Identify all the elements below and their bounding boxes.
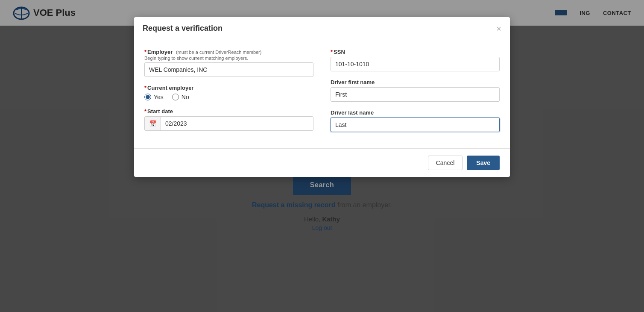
driver-first-name-label-text: Driver first name <box>331 79 375 85</box>
save-button[interactable]: Save <box>467 156 500 170</box>
employer-sublabel: (must be a current DriverReach member) <box>176 50 262 55</box>
driver-last-name-input[interactable] <box>331 118 500 132</box>
modal-right-column: *SSN Driver first name Driver last name <box>331 49 500 140</box>
radio-no-label[interactable]: No <box>172 94 189 100</box>
start-date-field-group: *Start date 📅 <box>144 108 313 131</box>
ssn-field-group: *SSN <box>331 49 500 71</box>
radio-no-text: No <box>181 94 189 100</box>
current-employer-label-text: Current employer <box>147 85 193 91</box>
radio-yes-label[interactable]: Yes <box>144 94 164 100</box>
employer-input[interactable] <box>144 62 313 77</box>
start-date-label: *Start date <box>144 108 313 115</box>
employer-label: *Employer (must be a current DriverReach… <box>144 49 313 61</box>
driver-last-name-label: Driver last name <box>331 109 500 116</box>
radio-yes-input[interactable] <box>144 94 151 100</box>
driver-last-name-field-group: Driver last name <box>331 109 500 132</box>
driver-first-name-input[interactable] <box>331 87 500 102</box>
current-employer-required-marker: * <box>144 85 146 91</box>
driver-first-name-label: Driver first name <box>331 79 500 85</box>
request-verification-modal: Request a verification × *Employer (must… <box>134 17 510 177</box>
current-employer-radio-group: Yes No <box>144 94 313 100</box>
driver-first-name-field-group: Driver first name <box>331 79 500 102</box>
modal-title: Request a verification <box>143 24 222 33</box>
modal-left-column: *Employer (must be a current DriverReach… <box>144 49 313 140</box>
cancel-button[interactable]: Cancel <box>428 156 463 170</box>
start-date-label-text: Start date <box>147 108 173 115</box>
start-date-input[interactable] <box>161 117 313 130</box>
ssn-input[interactable] <box>331 57 500 71</box>
driver-last-name-label-text: Driver last name <box>331 109 374 116</box>
ssn-required-marker: * <box>331 49 333 55</box>
employer-hint: Begin typing to show current matching em… <box>144 56 313 61</box>
radio-yes-text: Yes <box>154 94 164 100</box>
modal-overlay: Request a verification × *Employer (must… <box>0 0 644 312</box>
ssn-label: *SSN <box>331 49 500 55</box>
modal-header: Request a verification × <box>134 17 510 40</box>
employer-field-group: *Employer (must be a current DriverReach… <box>144 49 313 77</box>
employer-required-marker: * <box>144 49 146 55</box>
modal-footer: Cancel Save <box>134 148 510 177</box>
current-employer-label: *Current employer <box>144 85 313 91</box>
calendar-icon: 📅 <box>145 117 161 130</box>
employer-label-text: Employer <box>147 49 173 55</box>
modal-body: *Employer (must be a current DriverReach… <box>134 40 510 148</box>
date-input-wrapper: 📅 <box>144 116 313 131</box>
radio-no-input[interactable] <box>172 94 179 100</box>
start-date-required-marker: * <box>144 108 146 115</box>
ssn-label-text: SSN <box>334 49 345 55</box>
current-employer-field-group: *Current employer Yes No <box>144 85 313 100</box>
modal-close-button[interactable]: × <box>496 24 501 33</box>
